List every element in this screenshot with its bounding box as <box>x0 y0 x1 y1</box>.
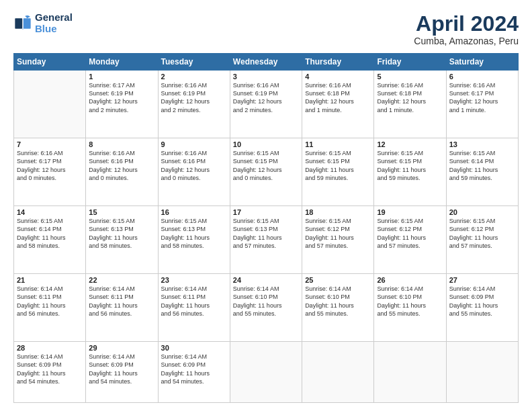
calendar-cell: 4Sunrise: 6:16 AMSunset: 6:18 PMDaylight… <box>302 71 374 138</box>
header: General Blue April 2024 Cumba, Amazonas,… <box>13 12 519 46</box>
day-number: 6 <box>449 73 515 81</box>
day-info: Sunrise: 6:14 AMSunset: 6:11 PMDaylight:… <box>17 285 83 318</box>
day-info: Sunrise: 6:15 AMSunset: 6:12 PMDaylight:… <box>449 217 515 250</box>
svg-rect-1 <box>15 18 22 29</box>
calendar-cell: 18Sunrise: 6:15 AMSunset: 6:12 PMDayligh… <box>302 206 374 274</box>
day-number: 4 <box>305 73 371 81</box>
day-info: Sunrise: 6:15 AMSunset: 6:13 PMDaylight:… <box>161 217 227 250</box>
calendar-cell: 27Sunrise: 6:14 AMSunset: 6:09 PMDayligh… <box>446 274 518 342</box>
day-info: Sunrise: 6:14 AMSunset: 6:11 PMDaylight:… <box>89 285 154 318</box>
day-number: 11 <box>305 140 371 148</box>
weekday-header-thursday: Thursday <box>302 54 374 71</box>
calendar-cell: 5Sunrise: 6:16 AMSunset: 6:18 PMDaylight… <box>374 71 446 138</box>
calendar-cell: 10Sunrise: 6:15 AMSunset: 6:15 PMDayligh… <box>230 138 302 206</box>
day-info: Sunrise: 6:14 AMSunset: 6:11 PMDaylight:… <box>161 285 227 318</box>
day-number: 15 <box>89 208 154 216</box>
calendar-week-row: 7Sunrise: 6:16 AMSunset: 6:17 PMDaylight… <box>14 138 519 206</box>
day-number: 22 <box>89 276 154 284</box>
calendar-cell <box>230 342 302 403</box>
day-info: Sunrise: 6:14 AMSunset: 6:09 PMDaylight:… <box>449 285 515 318</box>
day-info: Sunrise: 6:15 AMSunset: 6:13 PMDaylight:… <box>233 217 299 250</box>
calendar-cell: 16Sunrise: 6:15 AMSunset: 6:13 PMDayligh… <box>158 206 230 274</box>
calendar-cell: 19Sunrise: 6:15 AMSunset: 6:12 PMDayligh… <box>374 206 446 274</box>
title-block: April 2024 Cumba, Amazonas, Peru <box>414 12 519 46</box>
day-number: 30 <box>161 344 227 352</box>
calendar-cell: 21Sunrise: 6:14 AMSunset: 6:11 PMDayligh… <box>14 274 86 342</box>
day-info: Sunrise: 6:14 AMSunset: 6:09 PMDaylight:… <box>17 353 83 385</box>
day-number: 7 <box>17 140 83 148</box>
day-number: 5 <box>377 73 443 81</box>
calendar-cell: 22Sunrise: 6:14 AMSunset: 6:11 PMDayligh… <box>86 274 158 342</box>
calendar-cell: 2Sunrise: 6:16 AMSunset: 6:19 PMDaylight… <box>158 71 230 138</box>
calendar-cell: 13Sunrise: 6:15 AMSunset: 6:14 PMDayligh… <box>446 138 518 206</box>
day-info: Sunrise: 6:16 AMSunset: 6:16 PMDaylight:… <box>161 149 227 182</box>
weekday-header-wednesday: Wednesday <box>230 54 302 71</box>
weekday-header-tuesday: Tuesday <box>158 54 230 71</box>
calendar-week-row: 28Sunrise: 6:14 AMSunset: 6:09 PMDayligh… <box>14 342 519 403</box>
day-number: 19 <box>377 208 443 216</box>
day-info: Sunrise: 6:14 AMSunset: 6:09 PMDaylight:… <box>89 353 154 385</box>
day-info: Sunrise: 6:15 AMSunset: 6:12 PMDaylight:… <box>305 217 371 250</box>
day-number: 25 <box>305 276 371 284</box>
day-number: 10 <box>233 140 299 148</box>
calendar-cell <box>374 342 446 403</box>
weekday-header-monday: Monday <box>86 54 158 71</box>
day-number: 29 <box>89 344 154 352</box>
calendar-cell <box>14 71 86 138</box>
calendar-cell: 28Sunrise: 6:14 AMSunset: 6:09 PMDayligh… <box>14 342 86 403</box>
day-number: 3 <box>233 73 299 81</box>
day-info: Sunrise: 6:16 AMSunset: 6:18 PMDaylight:… <box>305 81 371 114</box>
day-info: Sunrise: 6:16 AMSunset: 6:17 PMDaylight:… <box>17 149 83 182</box>
calendar-cell: 8Sunrise: 6:16 AMSunset: 6:16 PMDaylight… <box>86 138 158 206</box>
weekday-header-sunday: Sunday <box>14 54 86 71</box>
day-number: 8 <box>89 140 154 148</box>
page: General Blue April 2024 Cumba, Amazonas,… <box>0 0 532 411</box>
calendar-week-row: 21Sunrise: 6:14 AMSunset: 6:11 PMDayligh… <box>14 274 519 342</box>
day-number: 28 <box>17 344 83 352</box>
calendar-cell <box>446 342 518 403</box>
calendar-cell: 26Sunrise: 6:14 AMSunset: 6:10 PMDayligh… <box>374 274 446 342</box>
day-number: 24 <box>233 276 299 284</box>
day-number: 2 <box>161 73 227 81</box>
day-info: Sunrise: 6:15 AMSunset: 6:14 PMDaylight:… <box>17 217 83 250</box>
calendar-week-row: 14Sunrise: 6:15 AMSunset: 6:14 PMDayligh… <box>14 206 519 274</box>
calendar-cell: 17Sunrise: 6:15 AMSunset: 6:13 PMDayligh… <box>230 206 302 274</box>
calendar-cell: 20Sunrise: 6:15 AMSunset: 6:12 PMDayligh… <box>446 206 518 274</box>
calendar-cell: 3Sunrise: 6:16 AMSunset: 6:19 PMDaylight… <box>230 71 302 138</box>
calendar-table: SundayMondayTuesdayWednesdayThursdayFrid… <box>13 53 519 403</box>
day-info: Sunrise: 6:15 AMSunset: 6:12 PMDaylight:… <box>377 217 443 250</box>
day-info: Sunrise: 6:16 AMSunset: 6:19 PMDaylight:… <box>161 81 227 114</box>
main-title: April 2024 <box>414 12 519 36</box>
calendar-cell: 15Sunrise: 6:15 AMSunset: 6:13 PMDayligh… <box>86 206 158 274</box>
calendar-cell: 11Sunrise: 6:15 AMSunset: 6:15 PMDayligh… <box>302 138 374 206</box>
day-number: 17 <box>233 208 299 216</box>
day-info: Sunrise: 6:14 AMSunset: 6:10 PMDaylight:… <box>377 285 443 318</box>
day-info: Sunrise: 6:16 AMSunset: 6:18 PMDaylight:… <box>377 81 443 114</box>
day-info: Sunrise: 6:15 AMSunset: 6:15 PMDaylight:… <box>305 149 371 182</box>
day-number: 18 <box>305 208 371 216</box>
day-info: Sunrise: 6:16 AMSunset: 6:16 PMDaylight:… <box>89 149 154 182</box>
day-number: 14 <box>17 208 83 216</box>
logo-text: General Blue <box>35 12 73 34</box>
calendar-cell: 14Sunrise: 6:15 AMSunset: 6:14 PMDayligh… <box>14 206 86 274</box>
subtitle: Cumba, Amazonas, Peru <box>414 36 519 46</box>
calendar-cell: 12Sunrise: 6:15 AMSunset: 6:15 PMDayligh… <box>374 138 446 206</box>
day-number: 12 <box>377 140 443 148</box>
day-info: Sunrise: 6:15 AMSunset: 6:15 PMDaylight:… <box>377 149 443 182</box>
calendar-cell: 29Sunrise: 6:14 AMSunset: 6:09 PMDayligh… <box>86 342 158 403</box>
logo: General Blue <box>13 12 73 34</box>
weekday-header-friday: Friday <box>374 54 446 71</box>
logo-icon <box>13 14 32 33</box>
day-number: 13 <box>449 140 515 148</box>
day-number: 20 <box>449 208 515 216</box>
calendar-cell: 7Sunrise: 6:16 AMSunset: 6:17 PMDaylight… <box>14 138 86 206</box>
day-info: Sunrise: 6:15 AMSunset: 6:14 PMDaylight:… <box>449 149 515 182</box>
svg-rect-2 <box>24 18 31 29</box>
calendar-cell: 1Sunrise: 6:17 AMSunset: 6:19 PMDaylight… <box>86 71 158 138</box>
day-number: 9 <box>161 140 227 148</box>
day-number: 21 <box>17 276 83 284</box>
calendar-cell: 9Sunrise: 6:16 AMSunset: 6:16 PMDaylight… <box>158 138 230 206</box>
day-info: Sunrise: 6:16 AMSunset: 6:19 PMDaylight:… <box>233 81 299 114</box>
svg-marker-3 <box>22 28 24 30</box>
day-number: 1 <box>89 73 154 81</box>
